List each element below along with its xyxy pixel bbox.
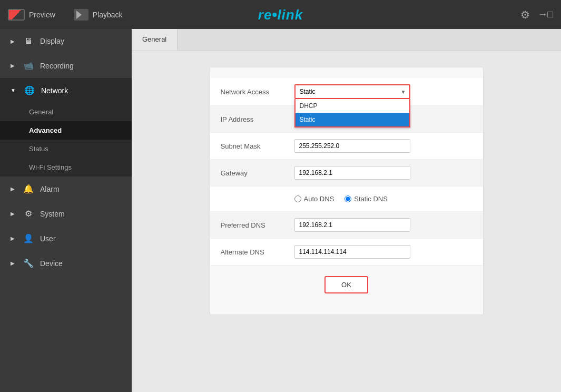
network-arrow: ▼: [11, 87, 16, 93]
sidebar-item-device[interactable]: ▶ 🔧 Device: [0, 251, 132, 276]
layout: ▶ 🖥 Display ▶ 📹 Recording ▼ 🌐 Network Ge…: [0, 29, 561, 392]
alternate-dns-row: Alternate DNS: [210, 239, 483, 266]
network-access-label: Network Access: [221, 88, 294, 96]
alarm-icon: 🔔: [23, 184, 34, 194]
preferred-dns-row: Preferred DNS: [210, 212, 483, 239]
sidebar-system-label: System: [40, 210, 65, 218]
sidebar-network-label: Network: [41, 86, 68, 95]
network-access-row: Network Access Static ▼ DHCP Static: [210, 78, 483, 106]
network-icon: 🌐: [24, 85, 35, 95]
playback-label: Playback: [93, 11, 123, 19]
alternate-dns-label: Alternate DNS: [221, 248, 294, 256]
sidebar-display-label: Display: [40, 37, 64, 45]
sidebar-recording-label: Recording: [40, 62, 74, 70]
preview-label: Preview: [29, 11, 55, 19]
playback-icon: [74, 9, 88, 21]
alternate-dns-control: [294, 245, 473, 259]
header: Preview Playback relink ⚙ →□: [0, 0, 561, 29]
dns-radio-row: Auto DNS Static DNS: [210, 187, 483, 212]
sidebar-item-network[interactable]: ▼ 🌐 Network: [0, 78, 132, 103]
sidebar-item-user[interactable]: ▶ 👤 User: [0, 226, 132, 251]
form-content: Network Access Static ▼ DHCP Static: [132, 51, 561, 331]
recording-icon: 📹: [23, 61, 34, 71]
sidebar-alarm-label: Alarm: [40, 185, 60, 193]
network-access-select[interactable]: Static: [294, 84, 410, 99]
device-icon: 🔧: [23, 258, 34, 268]
preferred-dns-input[interactable]: [294, 218, 410, 232]
gateway-input[interactable]: [294, 166, 410, 180]
dropdown-option-static[interactable]: Static: [296, 113, 409, 126]
auto-dns-radio[interactable]: [294, 195, 301, 202]
subnet-mask-control: 255.255.252.0: [294, 139, 473, 153]
settings-icon[interactable]: ⚙: [520, 8, 530, 21]
playback-nav-item[interactable]: Playback: [74, 9, 123, 21]
recording-arrow: ▶: [11, 63, 15, 68]
sidebar: ▶ 🖥 Display ▶ 📹 Recording ▼ 🌐 Network Ge…: [0, 29, 132, 392]
network-access-control: Static ▼ DHCP Static: [294, 84, 473, 99]
subnet-mask-label: Subnet Mask: [221, 142, 294, 150]
sidebar-sub-advanced[interactable]: Advanced: [0, 121, 132, 140]
subnet-mask-input[interactable]: 255.255.252.0: [294, 139, 410, 153]
static-dns-radio-label[interactable]: Static DNS: [345, 195, 388, 203]
network-access-dropdown[interactable]: Static ▼ DHCP Static: [294, 84, 410, 99]
preferred-dns-label: Preferred DNS: [221, 221, 294, 229]
system-icon: ⚙: [23, 209, 34, 219]
sidebar-item-display[interactable]: ▶ 🖥 Display: [0, 29, 132, 53]
header-nav: Preview Playback: [8, 9, 123, 21]
gateway-row: Gateway: [210, 160, 483, 187]
header-right: ⚙ →□: [520, 8, 553, 21]
display-icon: 🖥: [23, 36, 34, 46]
sidebar-device-label: Device: [40, 259, 63, 268]
auto-dns-radio-label[interactable]: Auto DNS: [294, 195, 334, 203]
preview-nav-item[interactable]: Preview: [8, 9, 55, 21]
static-dns-label-text: Static DNS: [354, 195, 388, 203]
sidebar-user-label: User: [40, 234, 56, 243]
ok-button[interactable]: OK: [324, 276, 368, 293]
dropdown-open-list: DHCP Static: [294, 99, 410, 128]
preferred-dns-control: [294, 218, 473, 232]
logout-icon[interactable]: →□: [538, 9, 553, 20]
user-arrow: ▶: [11, 236, 15, 241]
sidebar-item-system[interactable]: ▶ ⚙ System: [0, 201, 132, 226]
display-arrow: ▶: [11, 38, 15, 44]
subnet-mask-row: Subnet Mask 255.255.252.0: [210, 133, 483, 160]
network-submenu: General Advanced Status Wi-Fi Settings: [0, 103, 132, 177]
sidebar-item-recording[interactable]: ▶ 📹 Recording: [0, 53, 132, 78]
dns-radio-group: Auto DNS Static DNS: [294, 195, 473, 203]
auto-dns-label-text: Auto DNS: [304, 195, 334, 203]
system-arrow: ▶: [11, 211, 15, 217]
gateway-label: Gateway: [221, 169, 294, 177]
main-content: General Network Access Static ▼: [132, 29, 561, 392]
ip-address-label: IP Address: [221, 115, 294, 123]
sidebar-sub-wifi[interactable]: Wi-Fi Settings: [0, 158, 132, 177]
sidebar-sub-status[interactable]: Status: [0, 140, 132, 158]
user-icon: 👤: [23, 233, 34, 243]
sidebar-sub-general[interactable]: General: [0, 103, 132, 121]
static-dns-radio[interactable]: [345, 195, 351, 202]
sidebar-item-alarm[interactable]: ▶ 🔔 Alarm: [0, 177, 132, 201]
tab-bar: General: [132, 29, 561, 51]
gateway-control: [294, 166, 473, 180]
alternate-dns-input[interactable]: [294, 245, 410, 259]
form-card: Network Access Static ▼ DHCP Static: [210, 67, 484, 315]
alarm-arrow: ▶: [11, 186, 15, 192]
app-logo: relink: [258, 6, 303, 23]
device-arrow: ▶: [11, 260, 15, 266]
tab-general[interactable]: General: [132, 29, 178, 51]
dropdown-option-dhcp[interactable]: DHCP: [296, 99, 409, 113]
preview-icon: [8, 9, 25, 21]
